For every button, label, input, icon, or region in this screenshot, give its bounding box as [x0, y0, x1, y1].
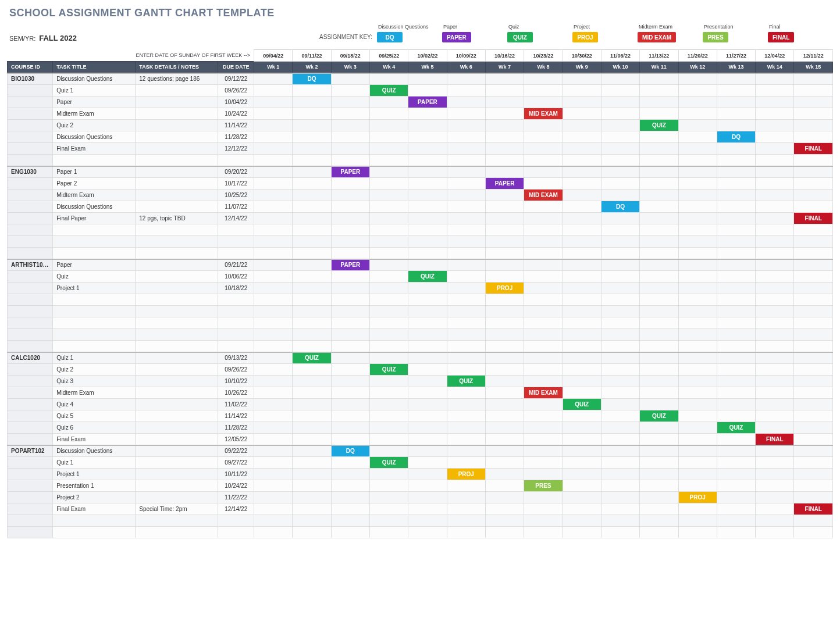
week-cell[interactable]: [756, 422, 794, 434]
week-cell[interactable]: [794, 108, 833, 120]
week-cell[interactable]: PAPER: [331, 166, 369, 178]
task-details-cell[interactable]: 12 pgs, topic TBD: [136, 213, 218, 224]
week-cell[interactable]: [524, 143, 563, 155]
week-cell[interactable]: PAPER: [331, 259, 369, 271]
course-id-cell[interactable]: [8, 271, 53, 283]
week-cell[interactable]: [717, 201, 755, 213]
week-cell[interactable]: [678, 306, 717, 317]
task-title-cell[interactable]: Paper: [53, 97, 136, 108]
week-cell[interactable]: [447, 271, 485, 283]
week-cell[interactable]: [293, 190, 331, 201]
week-cell[interactable]: [717, 387, 755, 399]
week-cell[interactable]: [485, 120, 524, 131]
week-cell[interactable]: [254, 527, 293, 538]
week-cell[interactable]: [254, 283, 293, 294]
task-details-cell[interactable]: [136, 515, 218, 527]
week-cell[interactable]: [524, 376, 563, 387]
week-cell[interactable]: [293, 155, 331, 166]
task-details-cell[interactable]: [136, 85, 218, 97]
task-title-cell[interactable]: Project 1: [53, 283, 136, 294]
week-cell[interactable]: [370, 422, 408, 434]
week-cell[interactable]: [370, 410, 408, 422]
week-cell[interactable]: [370, 236, 408, 248]
week-cell[interactable]: [408, 259, 447, 271]
week-cell[interactable]: [408, 166, 447, 178]
week-cell[interactable]: [563, 294, 601, 306]
week-cell[interactable]: [524, 457, 563, 469]
week-cell[interactable]: [524, 283, 563, 294]
week-cell[interactable]: [563, 143, 601, 155]
week-cell[interactable]: [331, 283, 369, 294]
week-cell[interactable]: [408, 294, 447, 306]
week-cell[interactable]: [601, 364, 639, 376]
week-cell[interactable]: [485, 236, 524, 248]
week-cell[interactable]: [293, 410, 331, 422]
week-cell[interactable]: [254, 131, 293, 143]
week-cell[interactable]: [601, 283, 639, 294]
task-title-cell[interactable]: Quiz 2: [53, 364, 136, 376]
week-cell[interactable]: [756, 376, 794, 387]
week-cell[interactable]: [447, 294, 485, 306]
week-cell[interactable]: [447, 527, 485, 538]
task-title-cell[interactable]: Final Exam: [53, 143, 136, 155]
week-cell[interactable]: [485, 131, 524, 143]
week-cell[interactable]: [293, 480, 331, 492]
week-cell[interactable]: [331, 108, 369, 120]
course-id-cell[interactable]: [8, 97, 53, 108]
week-cell[interactable]: [408, 480, 447, 492]
week-cell[interactable]: [408, 515, 447, 527]
week-cell[interactable]: [293, 341, 331, 352]
week-cell[interactable]: [293, 527, 331, 538]
week-cell[interactable]: [678, 97, 717, 108]
week-cell[interactable]: [756, 213, 794, 224]
week-cell[interactable]: [678, 224, 717, 236]
week-cell[interactable]: [756, 85, 794, 97]
week-cell[interactable]: [408, 422, 447, 434]
due-date-cell[interactable]: 12/05/22: [218, 434, 254, 445]
week-cell[interactable]: [370, 120, 408, 131]
week-cell[interactable]: [678, 341, 717, 352]
week-cell[interactable]: [678, 422, 717, 434]
due-date-cell[interactable]: [218, 236, 254, 248]
week-cell[interactable]: [447, 283, 485, 294]
week-cell[interactable]: [678, 457, 717, 469]
task-title-cell[interactable]: Quiz 4: [53, 399, 136, 410]
week-cell[interactable]: [640, 201, 678, 213]
week-cell[interactable]: [756, 399, 794, 410]
week-cell[interactable]: [794, 236, 833, 248]
week-cell[interactable]: [370, 341, 408, 352]
week-cell[interactable]: [756, 527, 794, 538]
course-id-cell[interactable]: [8, 248, 53, 259]
week-cell[interactable]: [524, 364, 563, 376]
week-cell[interactable]: [717, 399, 755, 410]
week-cell[interactable]: [408, 457, 447, 469]
week-cell[interactable]: [524, 224, 563, 236]
week-cell[interactable]: [640, 434, 678, 445]
week-cell[interactable]: [408, 236, 447, 248]
week-cell[interactable]: [524, 422, 563, 434]
week-cell[interactable]: [331, 329, 369, 341]
week-cell[interactable]: [254, 190, 293, 201]
week-cell[interactable]: [678, 364, 717, 376]
task-title-cell[interactable]: Final Exam: [53, 503, 136, 515]
task-title-cell[interactable]: Quiz 1: [53, 85, 136, 97]
week-cell[interactable]: [370, 224, 408, 236]
week-cell[interactable]: [640, 364, 678, 376]
week-cell[interactable]: [601, 259, 639, 271]
due-date-cell[interactable]: 12/14/22: [218, 503, 254, 515]
week-cell[interactable]: [485, 469, 524, 480]
week-cell[interactable]: [756, 492, 794, 503]
week-cell[interactable]: [293, 399, 331, 410]
week-cell[interactable]: [601, 457, 639, 469]
week-cell[interactable]: [563, 85, 601, 97]
week-cell[interactable]: [447, 515, 485, 527]
due-date-cell[interactable]: 10/25/22: [218, 190, 254, 201]
due-date-cell[interactable]: 10/18/22: [218, 283, 254, 294]
week-cell[interactable]: [293, 166, 331, 178]
task-title-cell[interactable]: Paper 2: [53, 178, 136, 190]
week-cell[interactable]: [408, 317, 447, 329]
week-cell[interactable]: [756, 73, 794, 85]
week-cell[interactable]: [640, 178, 678, 190]
week-cell[interactable]: [640, 248, 678, 259]
task-title-cell[interactable]: Project 2: [53, 492, 136, 503]
